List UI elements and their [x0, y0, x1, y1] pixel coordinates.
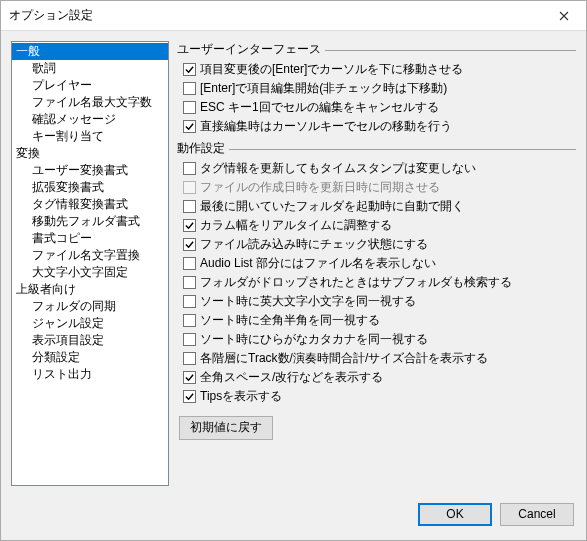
tree-item[interactable]: リスト出力	[12, 366, 168, 383]
group-behavior-title: 動作設定	[177, 140, 576, 157]
reset-defaults-button[interactable]: 初期値に戻す	[179, 416, 273, 440]
cancel-button[interactable]: Cancel	[500, 503, 574, 526]
checkbox-row[interactable]: Audio List 部分にはファイル名を表示しない	[177, 254, 576, 273]
tree-item[interactable]: 上級者向け	[12, 281, 168, 298]
tree-item[interactable]: フォルダの同期	[12, 298, 168, 315]
checkbox-label: 項目変更後の[Enter]でカーソルを下に移動させる	[200, 61, 463, 78]
checkbox[interactable]	[183, 219, 196, 232]
checkbox-row[interactable]: 項目変更後の[Enter]でカーソルを下に移動させる	[177, 60, 576, 79]
tree-item[interactable]: キー割り当て	[12, 128, 168, 145]
tree-item[interactable]: 分類設定	[12, 349, 168, 366]
checkbox-row[interactable]: ESC キー1回でセルの編集をキャンセルする	[177, 98, 576, 117]
tree-item[interactable]: ユーザー変換書式	[12, 162, 168, 179]
tree-item[interactable]: 拡張変換書式	[12, 179, 168, 196]
checkbox-label: ソート時に英大文字小文字を同一視する	[200, 293, 416, 310]
checkbox-label: 各階層にTrack数/演奏時間合計/サイズ合計を表示する	[200, 350, 488, 367]
checkbox-label: Tipsを表示する	[200, 388, 282, 405]
checkbox-row[interactable]: Tipsを表示する	[177, 387, 576, 406]
checkbox-row[interactable]: カラム幅をリアルタイムに調整する	[177, 216, 576, 235]
checkbox-row[interactable]: 各階層にTrack数/演奏時間合計/サイズ合計を表示する	[177, 349, 576, 368]
checkbox[interactable]	[183, 101, 196, 114]
tree-item[interactable]: 変換	[12, 145, 168, 162]
tree-item[interactable]: プレイヤー	[12, 77, 168, 94]
checkbox-row[interactable]: ソート時に英大文字小文字を同一視する	[177, 292, 576, 311]
group-ui: ユーザーインターフェース 項目変更後の[Enter]でカーソルを下に移動させる[…	[177, 41, 576, 136]
checkbox-label: [Enter]で項目編集開始(非チェック時は下移動)	[200, 80, 447, 97]
titlebar: オプション設定	[1, 1, 586, 31]
checkbox[interactable]	[183, 120, 196, 133]
group-ui-title: ユーザーインターフェース	[177, 41, 576, 58]
close-button[interactable]	[541, 1, 586, 30]
tree-item[interactable]: 表示項目設定	[12, 332, 168, 349]
checkbox-label: Audio List 部分にはファイル名を表示しない	[200, 255, 436, 272]
checkbox-row[interactable]: 直接編集時はカーソルキーでセルの移動を行う	[177, 117, 576, 136]
checkbox-row[interactable]: [Enter]で項目編集開始(非チェック時は下移動)	[177, 79, 576, 98]
checkbox-label: ファイルの作成日時を更新日時に同期させる	[200, 179, 440, 196]
checkbox-label: ソート時に全角半角を同一視する	[200, 312, 380, 329]
checkbox[interactable]	[183, 162, 196, 175]
checkbox-row[interactable]: フォルダがドロップされたときはサブフォルダも検索する	[177, 273, 576, 292]
category-tree[interactable]: 一般歌詞プレイヤーファイル名最大文字数確認メッセージキー割り当て変換ユーザー変換…	[11, 41, 169, 486]
window-title: オプション設定	[9, 7, 541, 24]
group-behavior: 動作設定 タグ情報を更新してもタイムスタンプは変更しないファイルの作成日時を更新…	[177, 140, 576, 406]
close-icon	[559, 11, 569, 21]
checkbox[interactable]	[183, 314, 196, 327]
checkbox-label: 直接編集時はカーソルキーでセルの移動を行う	[200, 118, 452, 135]
checkbox-label: ファイル読み込み時にチェック状態にする	[200, 236, 428, 253]
tree-item[interactable]: 移動先フォルダ書式	[12, 213, 168, 230]
checkbox[interactable]	[183, 390, 196, 403]
checkbox[interactable]	[183, 333, 196, 346]
checkbox[interactable]	[183, 371, 196, 384]
tree-item[interactable]: タグ情報変換書式	[12, 196, 168, 213]
tree-item[interactable]: 大文字小文字固定	[12, 264, 168, 281]
tree-item[interactable]: ファイル名文字置換	[12, 247, 168, 264]
checkbox-row: ファイルの作成日時を更新日時に同期させる	[177, 178, 576, 197]
checkbox-label: 最後に開いていたフォルダを起動時に自動で開く	[200, 198, 464, 215]
checkbox-label: ソート時にひらがなカタカナを同一視する	[200, 331, 428, 348]
checkbox[interactable]	[183, 352, 196, 365]
checkbox-row[interactable]: ファイル読み込み時にチェック状態にする	[177, 235, 576, 254]
options-dialog: オプション設定 一般歌詞プレイヤーファイル名最大文字数確認メッセージキー割り当て…	[0, 0, 587, 541]
tree-item[interactable]: 確認メッセージ	[12, 111, 168, 128]
tree-item[interactable]: 書式コピー	[12, 230, 168, 247]
checkbox[interactable]	[183, 257, 196, 270]
checkbox-row[interactable]: 全角スペース/改行などを表示する	[177, 368, 576, 387]
checkbox[interactable]	[183, 82, 196, 95]
checkbox[interactable]	[183, 63, 196, 76]
content-panel: ユーザーインターフェース 項目変更後の[Enter]でカーソルを下に移動させる[…	[177, 41, 576, 486]
checkbox[interactable]	[183, 295, 196, 308]
tree-item[interactable]: ファイル名最大文字数	[12, 94, 168, 111]
dialog-footer: OK Cancel	[1, 496, 586, 540]
checkbox-label: 全角スペース/改行などを表示する	[200, 369, 383, 386]
dialog-body: 一般歌詞プレイヤーファイル名最大文字数確認メッセージキー割り当て変換ユーザー変換…	[1, 31, 586, 496]
tree-item[interactable]: ジャンル設定	[12, 315, 168, 332]
tree-item[interactable]: 一般	[12, 43, 168, 60]
checkbox[interactable]	[183, 276, 196, 289]
checkbox-label: タグ情報を更新してもタイムスタンプは変更しない	[200, 160, 476, 177]
checkbox-label: カラム幅をリアルタイムに調整する	[200, 217, 392, 234]
ok-button[interactable]: OK	[418, 503, 492, 526]
tree-item[interactable]: 歌詞	[12, 60, 168, 77]
checkbox-row[interactable]: タグ情報を更新してもタイムスタンプは変更しない	[177, 159, 576, 178]
checkbox-row[interactable]: ソート時に全角半角を同一視する	[177, 311, 576, 330]
checkbox[interactable]	[183, 238, 196, 251]
checkbox-label: フォルダがドロップされたときはサブフォルダも検索する	[200, 274, 512, 291]
checkbox	[183, 181, 196, 194]
checkbox-row[interactable]: ソート時にひらがなカタカナを同一視する	[177, 330, 576, 349]
checkbox-row[interactable]: 最後に開いていたフォルダを起動時に自動で開く	[177, 197, 576, 216]
checkbox[interactable]	[183, 200, 196, 213]
checkbox-label: ESC キー1回でセルの編集をキャンセルする	[200, 99, 439, 116]
